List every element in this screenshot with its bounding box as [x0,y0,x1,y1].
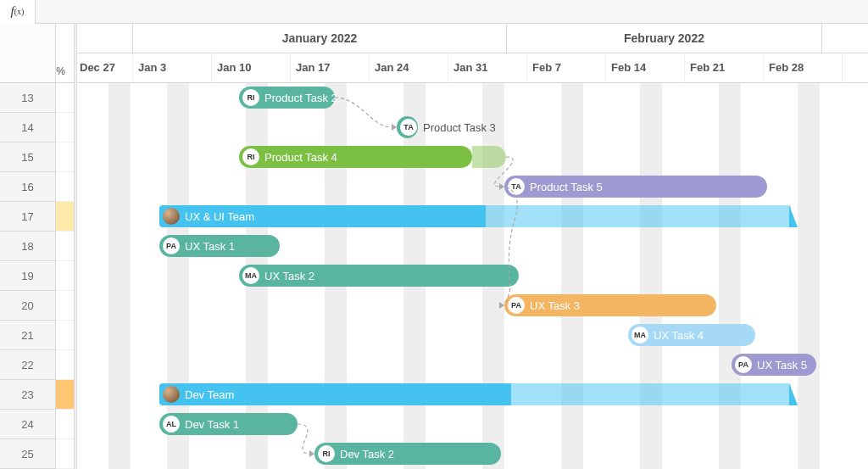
task-label: Product Task 4 [264,151,337,164]
weekend-shade [108,83,131,469]
month-header: February 2022 [507,24,822,53]
row-number[interactable]: 14 [0,113,55,142]
task-bar[interactable]: TAProduct Task 3 [397,116,418,138]
week-header: Feb 14 [606,53,685,83]
row-number[interactable]: 25 [0,439,55,469]
week-header: Feb 7 [527,53,606,83]
assignee-avatar: AL [163,416,180,433]
task-label: UX Task 5 [757,359,807,371]
group-banner[interactable]: UX & UI Team [159,205,791,227]
week-header: Dec 27 [75,53,133,83]
week-header: Jan 10 [212,53,291,83]
task-bar[interactable]: MAUX Task 4 [628,324,755,346]
task-bar[interactable]: PAUX Task 5 [732,354,816,376]
percent-header: % [56,65,65,77]
task-label: Product Task 2 [264,92,337,104]
highlight-cell [56,261,74,291]
week-header: Jan 24 [370,53,448,83]
highlight-cell [56,232,74,261]
highlight-column [56,24,75,469]
task-label: Product Task 5 [530,181,603,193]
row-number[interactable]: 13 [0,83,55,113]
week-header: Jan 17 [291,53,370,83]
assignee-avatar: MA [242,267,259,284]
highlight-cell [56,321,74,350]
group-banner[interactable]: Dev Team [159,383,791,405]
highlight-cell [56,410,74,439]
weekend-shade [561,83,583,469]
fx-icon[interactable]: f(x) [0,0,36,24]
task-bar[interactable]: RIProduct Task 4 [239,146,472,168]
row-number[interactable]: 18 [0,232,55,261]
row-number[interactable]: 20 [0,291,55,321]
weekend-shade [167,83,189,469]
assignee-avatar: RI [318,445,335,462]
week-header: Jan 31 [448,53,527,83]
assignee-avatar: PA [163,237,180,254]
task-label: UX & UI Team [185,210,254,223]
task-bar[interactable]: ALDev Task 1 [159,413,298,435]
task-tail [472,146,506,168]
highlight-cell [56,380,74,410]
highlight-cell [56,113,74,142]
task-bar[interactable]: RIDev Task 2 [314,443,501,465]
task-label: Dev Team [185,388,234,401]
highlight-cell [56,291,74,321]
assignee-avatar: TA [400,119,417,136]
timeline-header: January 2022February 2022 Dec 27Jan 3Jan… [75,24,868,83]
assignee-avatar: MA [632,327,648,343]
row-number[interactable]: 19 [0,261,55,291]
task-label: UX Task 3 [530,299,580,312]
row-number[interactable]: 24 [0,410,55,439]
gantt-body[interactable]: RIProduct Task 2TAProduct Task 3RIProduc… [75,83,868,469]
weekend-shade [719,83,741,469]
assignee-avatar: RI [242,148,259,165]
week-header: Jan 3 [133,53,212,83]
month-header: January 2022 [133,24,507,53]
assignee-avatar [163,208,180,225]
assignee-avatar: PA [508,297,525,314]
row-number[interactable]: 23 [0,380,55,410]
week-header: Feb 21 [685,53,764,83]
row-number[interactable]: 16 [0,172,55,202]
row-number[interactable]: 22 [0,350,55,380]
row-number[interactable]: 21 [0,321,55,350]
task-label: Dev Task 1 [185,418,239,431]
task-bar[interactable]: RIProduct Task 2 [239,87,335,109]
row-number[interactable]: 15 [0,142,55,172]
highlight-cell [56,202,74,232]
task-label: UX Task 1 [185,240,235,253]
task-bar[interactable]: PAUX Task 3 [504,294,716,316]
assignee-avatar: PA [735,356,752,373]
highlight-cell [56,142,74,172]
formula-bar: f(x) [0,0,868,24]
assignee-avatar [163,386,180,403]
assignee-avatar: TA [508,178,525,195]
weekend-shade [640,83,662,469]
weekend-shade [798,83,820,469]
gantt-chart[interactable]: January 2022February 2022 Dec 27Jan 3Jan… [75,24,868,469]
assignee-avatar: RI [242,89,259,106]
row-number-gutter: % 13141516171819202122232425 [0,24,56,469]
task-bar[interactable]: TAProduct Task 5 [504,176,767,198]
task-bar[interactable]: PAUX Task 1 [159,235,280,257]
task-label: Dev Task 2 [340,448,394,461]
highlight-cell [56,439,74,469]
task-bar[interactable]: MAUX Task 2 [239,265,519,287]
week-header: Feb 28 [764,53,843,83]
row-number[interactable]: 17 [0,202,55,232]
highlight-cell [56,83,74,113]
task-label: Product Task 3 [423,121,496,134]
highlight-cell [56,172,74,202]
highlight-cell [56,350,74,380]
task-label: UX Task 4 [654,329,704,342]
task-label: UX Task 2 [264,270,314,282]
